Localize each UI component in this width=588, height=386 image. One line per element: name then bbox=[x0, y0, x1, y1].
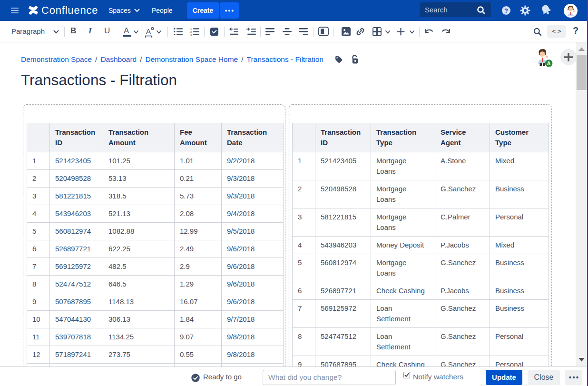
svg-text:?: ? bbox=[504, 7, 508, 14]
svg-text:A: A bbox=[146, 27, 151, 35]
svg-text:3: 3 bbox=[190, 33, 192, 36]
svg-text:A: A bbox=[547, 60, 551, 66]
svg-text:2: 2 bbox=[190, 30, 192, 33]
svg-text:1: 1 bbox=[190, 28, 192, 30]
